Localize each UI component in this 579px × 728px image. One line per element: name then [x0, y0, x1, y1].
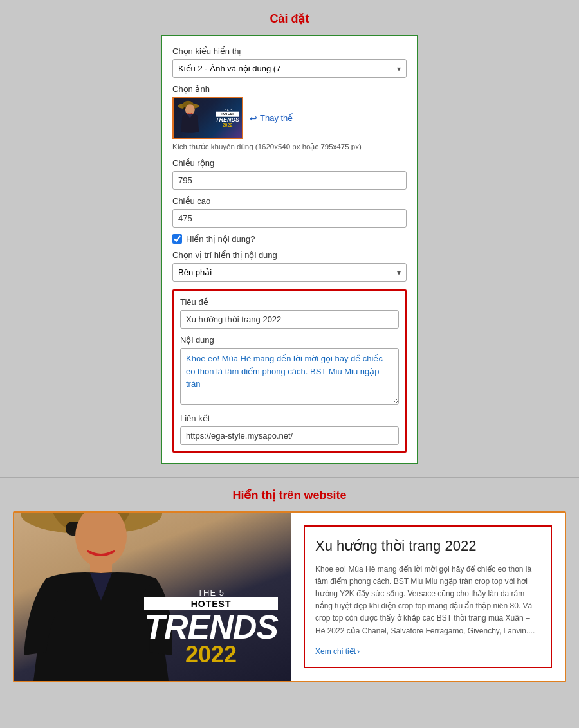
config-panel: Chọn kiểu hiển thị Kiểu 2 - Ảnh và nội d… [161, 35, 418, 464]
content-fields-section: Tiêu đề Nội dung Khoe eo! Mùa Hè mang đế… [172, 289, 407, 453]
content-field-textarea[interactable]: Khoe eo! Mùa Hè mang đến lời mời gọi hãy… [180, 348, 399, 405]
config-title: Cài đặt [13, 12, 566, 26]
title-field-label: Tiêu đề [180, 297, 399, 307]
thumbnail-text-overlay: THE 5 HOTEST TRENDS 2022 [216, 108, 239, 128]
thumbnail-trends: TRENDS [216, 116, 239, 123]
image-thumbnail[interactable]: THE 5 HOTEST TRENDS 2022 [172, 97, 243, 139]
content-position-label: Chọn vị trí hiển thị nội dung [172, 250, 407, 260]
website-content-area: Xu hướng thời trang 2022 Khoe eo! Mùa Hè… [291, 513, 565, 681]
height-label: Chiều cao [172, 196, 407, 206]
content-field-label: Nội dung [180, 335, 399, 345]
replace-image-button[interactable]: ↩ Thay thế [250, 113, 293, 123]
readmore-label: Xem chi tiết [315, 647, 356, 656]
display-title: Hiển thị trên website [13, 488, 566, 502]
website-image: THE 5 HOTEST TRENDS 2022 [14, 513, 291, 681]
replace-btn-label: Thay thế [260, 113, 293, 123]
width-label: Chiều rộng [172, 158, 407, 168]
website-display-section: Hiển thị trên website [0, 478, 579, 695]
content-position-select-wrapper: Bên phải Bên trái ▾ [172, 263, 407, 282]
replace-icon: ↩ [250, 113, 257, 123]
title-field-input[interactable] [180, 310, 399, 329]
content-position-select[interactable]: Bên phải Bên trái [173, 264, 406, 281]
image-label: Chọn ảnh [172, 84, 407, 94]
width-input[interactable] [172, 171, 407, 190]
height-input[interactable] [172, 209, 407, 228]
show-content-checkbox[interactable] [172, 234, 182, 244]
website-panel: THE 5 HOTEST TRENDS 2022 Xu hướng thời t… [13, 511, 566, 682]
image-hint: Kích thước khuyên dùng (1620x540 px hoặc… [172, 141, 407, 152]
image-picker-row: THE 5 HOTEST TRENDS 2022 ↩ Thay thế [172, 97, 407, 139]
display-type-select[interactable]: Kiểu 2 - Ảnh và nội dung (7 [173, 60, 406, 77]
show-content-label: Hiển thị nội dung? [186, 234, 255, 244]
display-type-select-wrapper: Kiểu 2 - Ảnh và nội dung (7 ▾ [172, 59, 407, 78]
display-type-label: Chọn kiểu hiển thị [172, 46, 407, 56]
woman-figure-icon [175, 99, 210, 138]
readmore-arrow-icon: › [357, 647, 360, 656]
thumbnail-inner: THE 5 HOTEST TRENDS 2022 [174, 98, 242, 138]
website-body-text: Khoe eo! Mùa Hè mang đến lời mời gọi hãy… [315, 563, 540, 637]
large-the5: THE 5 [144, 588, 278, 597]
thumbnail-year: 2022 [216, 123, 239, 128]
show-content-row: Hiển thị nội dung? [172, 234, 407, 244]
website-content-border: Xu hướng thời trang 2022 Khoe eo! Mùa Hè… [304, 525, 552, 668]
website-heading: Xu hướng thời trang 2022 [315, 537, 540, 556]
large-trends: TRENDS [144, 610, 278, 644]
svg-point-5 [185, 104, 195, 115]
large-text-overlay: THE 5 HOTEST TRENDS 2022 [144, 588, 278, 668]
link-field-label: Liên kết [180, 414, 399, 423]
readmore-link[interactable]: Xem chi tiết › [315, 647, 360, 656]
link-field-input[interactable] [180, 426, 399, 445]
config-section: Cài đặt Chọn kiểu hiển thị Kiểu 2 - Ảnh … [0, 0, 579, 477]
